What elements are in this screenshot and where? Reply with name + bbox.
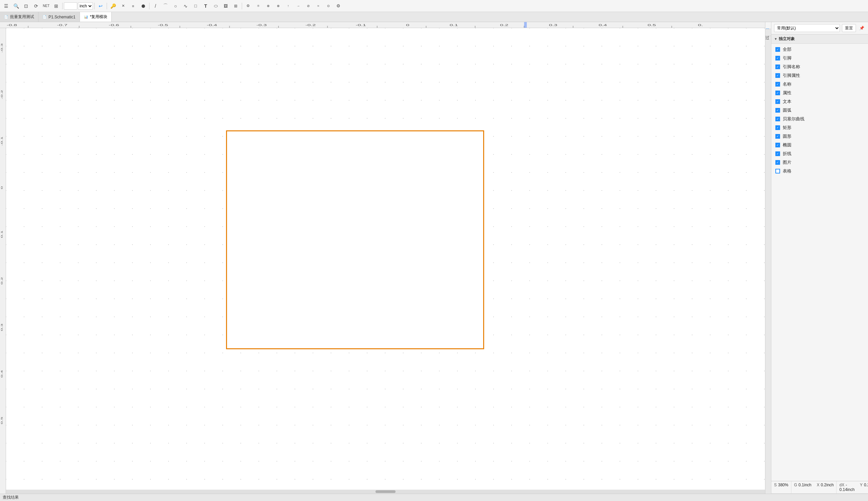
tab-p1-schematic[interactable]: 📄 P1.Schematic1 [39, 12, 80, 22]
checkbox-item-polyline[interactable]: 折线 [771, 149, 868, 158]
checkbox-label-attr: 属性 [783, 90, 792, 96]
undo-button[interactable]: ↩ [96, 1, 105, 11]
checkbox-text[interactable] [775, 99, 780, 104]
pin-button[interactable]: 📌 [858, 24, 865, 32]
zoom-fit-button[interactable]: ⊡ [21, 1, 31, 11]
tab-reuse-module[interactable]: 📊 *复用模块 [80, 12, 112, 22]
svg-text:-0.8: -0.8 [7, 23, 17, 27]
net-highlight-button[interactable]: NET [41, 1, 51, 11]
coord-row-2: X0.2inch dX-0.14inch [814, 481, 857, 494]
coord-row-1: S380% G0.1inch [771, 481, 814, 494]
table-button[interactable]: ⊞ [231, 1, 241, 11]
ellipse-button[interactable]: ⬭ [211, 1, 220, 11]
circle-button[interactable]: ○ [171, 1, 180, 11]
checkbox-item-image[interactable]: 图片 [771, 158, 868, 167]
line-button[interactable]: / [151, 1, 160, 11]
component6-button[interactable]: ⊘ [304, 1, 313, 11]
spline-button[interactable]: ∿ [181, 1, 190, 11]
horizontal-scrollbar[interactable] [6, 490, 765, 494]
rect-button[interactable]: □ [191, 1, 200, 11]
checkbox-item-bezier[interactable]: 贝塞尔曲线 [771, 115, 868, 123]
checkbox-label-polyline: 折线 [783, 151, 792, 157]
checkbox-label-all: 全部 [783, 46, 792, 52]
no-connect-button[interactable]: ✕ [118, 1, 128, 11]
checkbox-attr[interactable] [775, 90, 780, 95]
checkbox-item-pin-attr[interactable]: 引脚属性 [771, 71, 868, 80]
checkbox-item-arc[interactable]: 圆弧 [771, 106, 868, 115]
more-button[interactable]: ⚙ [243, 1, 253, 11]
checkbox-circle[interactable] [775, 134, 780, 139]
checkbox-item-rect[interactable]: 矩形 [771, 123, 868, 132]
main-area: -0.8 -0.7 -0.6 -0.5 -0.4 -0.3 -0.2 -0.1 … [0, 22, 868, 494]
component3-button[interactable]: ⊗ [274, 1, 283, 11]
svg-text:0.1: 0.1 [1, 231, 3, 238]
filter-side-tab[interactable]: 过滤 [765, 29, 771, 36]
component7-button[interactable]: ≈ [314, 1, 323, 11]
tab-reuse-label: *复用模块 [90, 14, 108, 20]
component4-button[interactable]: ↑ [284, 1, 293, 11]
text-button[interactable]: T [201, 1, 210, 11]
preset-select[interactable]: 常用(默认) 全部 自定义 [774, 24, 840, 32]
section-arrow-icon: ▼ [774, 37, 777, 41]
canvas-content[interactable] [6, 28, 765, 494]
zoom-unit-select[interactable]: inch mm mil [78, 2, 93, 10]
checkbox-pin[interactable] [775, 56, 780, 61]
wire-button[interactable]: 🔑 [108, 1, 118, 11]
checkbox-item-circle[interactable]: 圆形 [771, 132, 868, 141]
arc-button[interactable]: ⌒ [161, 1, 170, 11]
svg-text:-0.3: -0.3 [256, 23, 267, 27]
checkbox-item-name[interactable]: 名称 [771, 80, 868, 88]
checkbox-pin-attr[interactable] [775, 73, 780, 78]
checkbox-item-ellipse[interactable]: 椭圆 [771, 141, 868, 149]
section-header[interactable]: ▼ 独立对象 [771, 34, 868, 44]
svg-text:0.5: 0.5 [648, 23, 656, 27]
checkbox-item-pin[interactable]: 引脚 [771, 54, 868, 63]
checkbox-bezier[interactable] [775, 117, 780, 121]
checkbox-label-name: 名称 [783, 81, 792, 87]
svg-text:-0.6: -0.6 [109, 23, 119, 27]
component5-button[interactable]: → [294, 1, 303, 11]
x-label: X [817, 483, 819, 487]
checkbox-ellipse[interactable] [775, 143, 780, 147]
bus-button[interactable]: ≡ [128, 1, 138, 11]
right-panel-top: 常用(默认) 全部 自定义 重置 📌 [771, 22, 868, 34]
grid-button[interactable]: ⊞ [52, 1, 61, 11]
coord-dx: dX-0.14inch [837, 481, 857, 494]
image-button[interactable]: 🖼 [221, 1, 230, 11]
checkbox-pin-name[interactable] [775, 64, 780, 69]
orange-rectangle[interactable] [226, 130, 484, 349]
checkbox-name[interactable] [775, 82, 780, 87]
checkbox-item-text[interactable]: 文本 [771, 97, 868, 106]
svg-text:-0.1: -0.1 [356, 23, 366, 27]
checkbox-image[interactable] [775, 160, 780, 165]
checkbox-table[interactable] [775, 169, 780, 173]
canvas-area[interactable]: -0.8 -0.7 -0.6 -0.5 -0.4 -0.3 -0.2 -0.1 … [0, 22, 765, 494]
properties-side-tab[interactable]: 属性 [765, 22, 771, 29]
checkbox-polyline[interactable] [775, 151, 780, 156]
checkbox-item-attr[interactable]: 属性 [771, 88, 868, 97]
svg-text:0.2: 0.2 [500, 23, 508, 27]
tab-batch-test[interactable]: 📄 批量复用测试 [0, 12, 39, 22]
component8-button[interactable]: ⊙ [324, 1, 333, 11]
coord-row-3: Y0.2inch dY0.02inch [857, 481, 868, 494]
checkbox-all[interactable] [775, 47, 780, 52]
junction-button[interactable]: ⬤ [138, 1, 148, 11]
checkbox-item-table[interactable]: 表格 [771, 167, 868, 175]
zoom-search-button[interactable]: 🔍 [11, 1, 21, 11]
redraw-button[interactable]: ⟳ [31, 1, 41, 11]
checkbox-item-pin-name[interactable]: 引脚名称 [771, 63, 868, 71]
checkbox-arc[interactable] [775, 108, 780, 113]
coord-s: S380% [771, 481, 792, 494]
tab-batch-label: 批量复用测试 [10, 14, 34, 20]
zoom-value-input[interactable]: 0.1 [64, 2, 77, 10]
scrollbar-thumb[interactable] [375, 490, 395, 493]
checkbox-item-all[interactable]: 全部 [771, 45, 868, 54]
checkbox-rect[interactable] [775, 125, 780, 130]
sep5 [242, 3, 242, 9]
settings-button[interactable]: ⚙ [334, 1, 343, 11]
reset-button[interactable]: 重置 [842, 24, 856, 32]
component2-button[interactable]: ⊕ [264, 1, 273, 11]
menu-button[interactable]: ☰ [1, 1, 11, 11]
component1-button[interactable]: ⚛ [253, 1, 263, 11]
find-results-label: 查找结果 [3, 495, 19, 500]
